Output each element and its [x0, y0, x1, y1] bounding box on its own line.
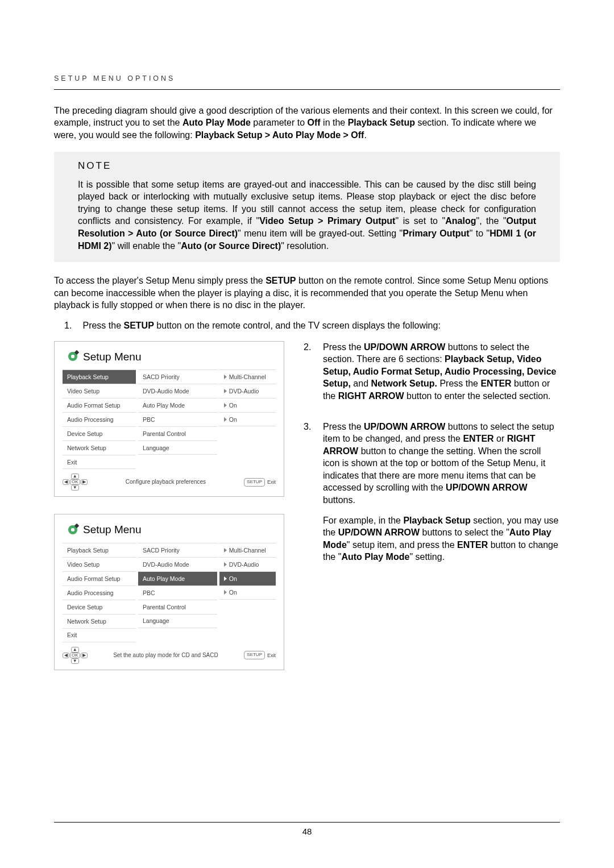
menu-section[interactable]: Audio Format Setup — [63, 398, 136, 412]
menu-value[interactable]: On — [219, 412, 276, 426]
note-box: NOTE It is possible that some setup item… — [54, 152, 560, 263]
text: Press the — [323, 342, 364, 352]
menu-item[interactable]: Parental Control — [138, 426, 217, 441]
menu-item[interactable]: PBC — [138, 585, 217, 600]
setup-exit: SETUP Exit — [244, 651, 276, 659]
note-text: " to " — [470, 229, 490, 238]
gear-icon — [67, 524, 78, 535]
menu-value[interactable]: DVD-Audio — [219, 557, 276, 571]
note-text: " menu item will be grayed-out. Setting … — [238, 229, 403, 238]
menu-section[interactable]: Audio Processing — [63, 585, 136, 600]
bold: Network Setup. — [371, 379, 437, 388]
setup-button-label: SETUP — [244, 478, 265, 487]
step-text: Press the — [82, 321, 123, 330]
intro-bold: Off — [308, 118, 321, 127]
menu-sections: Playback Setup Video Setup Audio Format … — [63, 543, 136, 642]
menu-items: SACD Priority DVD-Audio Mode Auto Play M… — [138, 543, 217, 642]
menu-section[interactable]: Video Setup — [63, 557, 136, 571]
note-body: It is possible that some setup items are… — [78, 178, 536, 252]
menu-item[interactable]: Parental Control — [138, 600, 217, 614]
note-text: " is set to " — [395, 216, 445, 226]
menu-value-selected[interactable]: On — [219, 571, 276, 585]
bold: UP/DOWN ARROW — [338, 528, 420, 537]
intro-bold: Auto Play Mode — [182, 118, 251, 127]
bold: ENTER — [480, 379, 511, 388]
menu-section[interactable]: Device Setup — [63, 426, 136, 441]
text: Press the — [323, 422, 364, 431]
step-number: 2. — [304, 341, 323, 410]
bold: Playback Setup — [403, 516, 470, 525]
menu-footer: ▲ ◀OK▶ ▼ Set the auto play mode for CD a… — [63, 647, 276, 664]
intro-bold: Playback Setup — [348, 118, 415, 127]
text: buttons. — [323, 495, 355, 505]
footer-rule — [54, 822, 560, 823]
menu-section[interactable]: Network Setup — [63, 441, 136, 455]
screenshots-column: Setup Menu Playback Setup Video Setup Au… — [54, 341, 284, 687]
menu-section[interactable]: Network Setup — [63, 614, 136, 628]
menu-value[interactable]: On — [219, 398, 276, 412]
step-1: 1. Press the SETUP button on the remote … — [64, 319, 560, 332]
note-text: ", the " — [476, 216, 506, 226]
step-number: 3. — [304, 421, 323, 572]
bold: UP/DOWN ARROW — [364, 342, 445, 352]
bold: ENTER — [463, 434, 493, 443]
text: button to enter the selected section. — [404, 391, 551, 401]
menu-values: Multi-Channel DVD-Audio On On — [219, 369, 276, 469]
menu-section-exit[interactable]: Exit — [63, 455, 136, 469]
note-bold: Auto (or Source Direct) — [181, 241, 281, 251]
step-number: 1. — [64, 319, 80, 332]
menu-item[interactable]: SACD Priority — [138, 543, 217, 557]
menu-item[interactable]: Auto Play Mode — [138, 398, 217, 412]
menu-sections: Playback Setup Video Setup Audio Format … — [63, 369, 136, 469]
bold: UP/DOWN ARROW — [364, 422, 445, 431]
menu-item[interactable]: DVD-Audio Mode — [138, 384, 217, 398]
intro-bold: Playback Setup > Auto Play Mode > Off — [195, 130, 364, 140]
menu-hint: Set the auto play mode for CD and SACD — [88, 651, 244, 659]
menu-values: Multi-Channel DVD-Audio On On — [219, 543, 276, 642]
note-bold: Video Setup > Primary Output — [259, 216, 395, 226]
menu-hint: Configure playback preferences — [88, 478, 244, 486]
note-text: " resolution. — [281, 241, 329, 251]
setup-menu-screenshot-1: Setup Menu Playback Setup Video Setup Au… — [54, 341, 284, 497]
ok-label: OK — [70, 653, 80, 658]
setup-menu-screenshot-2: Setup Menu Playback Setup Video Setup Au… — [54, 514, 284, 670]
ok-label: OK — [70, 479, 80, 485]
step-bold: SETUP — [123, 321, 154, 330]
bold: Auto Play Mode — [341, 552, 409, 562]
intro-paragraph: The preceding diagram should give a good… — [54, 105, 560, 142]
setup-button-label: SETUP — [244, 651, 265, 659]
note-text: " will enable the " — [112, 241, 181, 251]
text: and — [351, 379, 371, 388]
header-rule — [54, 89, 560, 90]
intro-text: . — [364, 130, 366, 140]
menu-item[interactable]: SACD Priority — [138, 369, 217, 384]
text: To access the player's Setup Menu simply… — [54, 276, 265, 285]
page-header: SETUP MENU OPTIONS — [54, 74, 560, 84]
menu-section-exit[interactable]: Exit — [63, 628, 136, 642]
steps-column: 2. Press the UP/DOWN ARROW buttons to se… — [304, 341, 560, 687]
text: " setting. — [409, 552, 445, 562]
menu-item[interactable]: DVD-Audio Mode — [138, 557, 217, 571]
setup-exit: SETUP Exit — [244, 478, 276, 487]
menu-item-selected[interactable]: Auto Play Mode — [138, 571, 217, 585]
menu-value[interactable]: Multi-Channel — [219, 543, 276, 557]
menu-item[interactable]: Language — [138, 441, 217, 455]
menu-item[interactable]: Language — [138, 614, 217, 628]
intro-text: in the — [321, 118, 348, 127]
menu-value[interactable]: DVD-Audio — [219, 384, 276, 398]
step-3: 3. Press the UP/DOWN ARROW buttons to se… — [304, 421, 560, 572]
menu-section[interactable]: Playback Setup — [63, 369, 136, 384]
bold: RIGHT ARROW — [338, 391, 404, 401]
menu-value[interactable]: Multi-Channel — [219, 369, 276, 384]
menu-item[interactable]: PBC — [138, 412, 217, 426]
menu-section[interactable]: Device Setup — [63, 600, 136, 614]
access-paragraph: To access the player's Setup Menu simply… — [54, 275, 560, 312]
menu-section[interactable]: Video Setup — [63, 384, 136, 398]
exit-label: Exit — [267, 652, 276, 659]
menu-section[interactable]: Playback Setup — [63, 543, 136, 557]
menu-value[interactable]: On — [219, 585, 276, 600]
text: " setup item, and press the — [347, 540, 457, 550]
menu-section[interactable]: Audio Format Setup — [63, 571, 136, 585]
setup-menu-title: Setup Menu — [67, 350, 276, 364]
menu-section[interactable]: Audio Processing — [63, 412, 136, 426]
